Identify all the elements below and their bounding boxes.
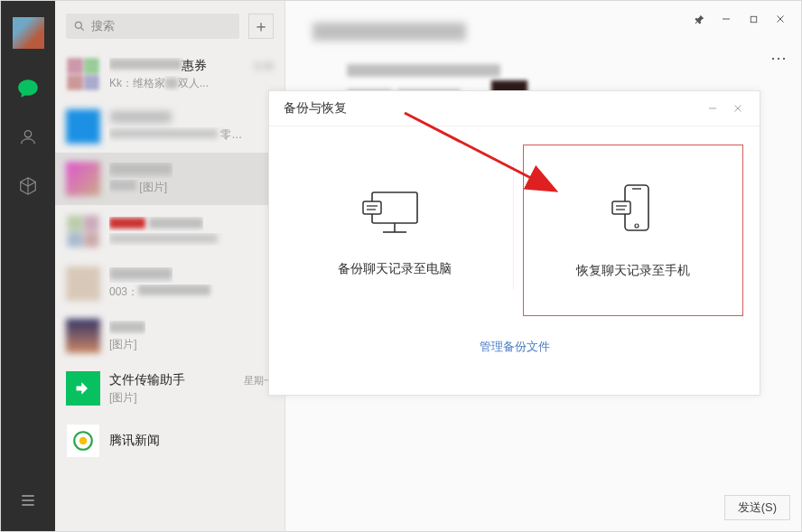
chat-item-file-transfer[interactable]: 文件传输助手星期一 [图片]: [55, 362, 284, 415]
more-icon[interactable]: ⋯: [770, 48, 788, 68]
close-button[interactable]: [767, 5, 794, 33]
new-chat-button[interactable]: ＋: [248, 14, 274, 39]
restore-to-phone-option[interactable]: 恢复聊天记录至手机: [523, 145, 743, 316]
phone-icon: [602, 182, 665, 245]
left-navbar: [1, 1, 55, 531]
nav-chat-icon[interactable]: [15, 76, 41, 101]
restore-label: 恢复聊天记录至手机: [576, 263, 690, 279]
backup-to-pc-option[interactable]: 备份聊天记录至电脑: [285, 145, 504, 316]
svg-point-0: [75, 22, 81, 28]
nav-menu-icon[interactable]: [15, 488, 41, 513]
chat-item[interactable]: [图片]: [55, 153, 284, 205]
svg-point-3: [79, 437, 88, 445]
search-icon: [73, 20, 86, 33]
svg-line-1: [81, 28, 84, 31]
manage-backups-link[interactable]: 管理备份文件: [480, 340, 550, 353]
dialog-minimize-button[interactable]: [705, 101, 720, 116]
nav-contacts-icon[interactable]: [15, 125, 41, 150]
dialog-close-button[interactable]: [731, 101, 745, 116]
chat-item[interactable]: 零…: [55, 100, 284, 153]
svg-rect-16: [612, 201, 630, 214]
search-placeholder: 搜索: [91, 18, 115, 34]
chat-name: 文件传输助手: [109, 372, 185, 388]
avatar[interactable]: [13, 17, 44, 49]
chat-title: [312, 23, 466, 41]
dialog-title: 备份与恢复: [284, 100, 347, 117]
backup-restore-dialog: 备份与恢复 备份聊天记录至电脑: [268, 90, 760, 396]
chat-item[interactable]: [55, 205, 284, 257]
chat-item[interactable]: 惠券0:28 Kk：维格家双人...: [55, 48, 284, 100]
chat-item[interactable]: 003：: [55, 257, 284, 310]
chat-list: 搜索 ＋ 惠券0:28 Kk：维格家双人... 零…: [55, 1, 285, 531]
pin-icon[interactable]: [685, 5, 713, 33]
svg-point-14: [635, 224, 639, 228]
svg-rect-5: [751, 16, 756, 22]
chat-name: 腾讯新闻: [109, 433, 160, 449]
send-button[interactable]: 发送(S): [724, 495, 790, 520]
computer-icon: [359, 183, 430, 243]
chat-item[interactable]: [图片]: [55, 310, 284, 362]
svg-rect-10: [363, 201, 381, 214]
maximize-button[interactable]: [740, 5, 767, 33]
chat-item-tencent-news[interactable]: 腾讯新闻: [55, 415, 284, 467]
backup-label: 备份聊天记录至电脑: [338, 261, 452, 277]
nav-cube-icon[interactable]: [15, 173, 41, 199]
chat-preview: [图片]: [109, 390, 274, 406]
search-input[interactable]: 搜索: [66, 14, 239, 39]
minimize-button[interactable]: [713, 5, 740, 33]
